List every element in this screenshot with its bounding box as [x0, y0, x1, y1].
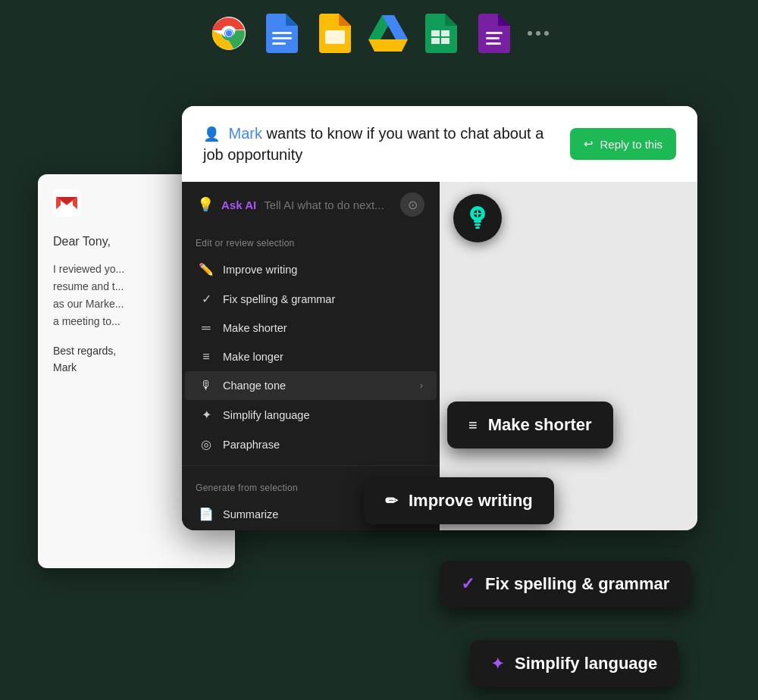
- svg-rect-9: [441, 30, 449, 36]
- svg-rect-10: [431, 38, 440, 44]
- ask-ai-bar[interactable]: 💡 Ask AI Tell AI what to do next... ⊙: [182, 182, 440, 227]
- ask-ai-placeholder: Tell AI what to do next...: [264, 198, 393, 211]
- tooltip-fix-spelling[interactable]: ✓ Fix spelling & grammar: [440, 561, 691, 608]
- tooltip-improve-writing[interactable]: ✏ Improve writing: [364, 477, 554, 524]
- menu-section-1-label: Edit or review selection: [182, 227, 440, 255]
- compress-tooltip-icon: ≡: [468, 417, 478, 434]
- dock-slides[interactable]: [315, 14, 355, 53]
- tooltip-fix-spelling-label: Fix spelling & grammar: [485, 574, 669, 594]
- dot2: [536, 31, 540, 36]
- menu-item-fix-spelling[interactable]: ✓ Fix spelling & grammar: [185, 284, 437, 314]
- svg-rect-4: [272, 32, 292, 34]
- ask-ai-label: Ask AI: [221, 198, 256, 211]
- tooltip-make-shorter-label: Make shorter: [488, 415, 592, 435]
- dock-drive[interactable]: [368, 14, 408, 53]
- menu-item-improve-writing-label: Improve writing: [223, 264, 297, 276]
- menu-item-make-longer-label: Make longer: [223, 351, 283, 363]
- ai-bubble[interactable]: [453, 194, 502, 242]
- menu-item-paraphrase-label: Paraphrase: [223, 439, 280, 451]
- menu-item-summarize-label: Summarize: [223, 508, 278, 520]
- user-icon: 👤: [203, 127, 220, 142]
- menu-item-simplify-label: Simplify language: [223, 409, 309, 421]
- send-icon: ⊙: [408, 198, 418, 212]
- menu-item-make-shorter[interactable]: ═ Make shorter: [185, 314, 437, 342]
- sparkle-icon: ✦: [199, 408, 214, 422]
- more-apps-button[interactable]: [528, 31, 549, 36]
- svg-point-3: [226, 30, 232, 36]
- ai-purple-icon: 💡: [197, 196, 214, 213]
- svg-rect-12: [486, 32, 503, 34]
- svg-rect-22: [474, 213, 481, 214]
- notification-text: 👤 Mark wants to know if you want to chat…: [203, 123, 558, 165]
- mic-icon: 🎙: [199, 379, 214, 392]
- svg-rect-8: [431, 30, 440, 36]
- menu-divider: [182, 465, 440, 466]
- svg-rect-14: [486, 42, 501, 45]
- svg-rect-18: [475, 223, 481, 226]
- pencil-tooltip-icon: ✏: [385, 492, 398, 510]
- main-panel: 👤 Mark wants to know if you want to chat…: [182, 106, 697, 530]
- menu-item-change-tone[interactable]: 🎙 Change tone ›: [185, 371, 437, 400]
- tooltip-simplify-language[interactable]: ✦ Simplify language: [470, 640, 678, 687]
- menu-item-change-tone-label: Change tone: [223, 380, 286, 392]
- svg-rect-17: [474, 220, 481, 223]
- dock-docs[interactable]: [262, 14, 302, 53]
- menu-item-make-shorter-label: Make shorter: [223, 322, 287, 334]
- dock-keep[interactable]: [475, 14, 514, 53]
- chevron-right-icon: ›: [420, 380, 423, 391]
- ask-ai-send-button[interactable]: ⊙: [400, 192, 424, 217]
- svg-rect-7: [325, 30, 345, 44]
- svg-rect-6: [272, 42, 286, 45]
- pencil-icon: ✏️: [199, 262, 214, 277]
- doc-icon: 📄: [199, 507, 214, 521]
- cycle-icon: ◎: [199, 437, 214, 452]
- menu-item-improve-writing[interactable]: ✏️ Improve writing: [185, 255, 437, 284]
- compress-icon: ═: [199, 321, 214, 335]
- notification-user: Mark: [229, 125, 262, 142]
- dock-chrome[interactable]: [209, 14, 249, 53]
- check-icon: ✓: [199, 292, 214, 306]
- svg-rect-11: [441, 38, 449, 44]
- reply-button[interactable]: ↩ Reply to this: [570, 128, 676, 160]
- notification-area: 👤 Mark wants to know if you want to chat…: [182, 106, 697, 182]
- reply-arrow-icon: ↩: [584, 137, 594, 151]
- dot3: [544, 31, 549, 36]
- tooltip-improve-writing-label: Improve writing: [409, 491, 533, 511]
- menu-item-make-longer[interactable]: ≡ Make longer: [185, 342, 437, 371]
- dot1: [528, 31, 532, 36]
- tooltip-make-shorter[interactable]: ≡ Make shorter: [447, 402, 613, 448]
- sparkle-tooltip-icon: ✦: [491, 655, 504, 673]
- menu-item-simplify[interactable]: ✦ Simplify language: [185, 400, 437, 430]
- check-tooltip-icon: ✓: [461, 574, 475, 594]
- tooltip-simplify-label: Simplify language: [515, 654, 657, 673]
- menu-item-list-key[interactable]: ≔ List key takeaways ←: [185, 529, 437, 530]
- dock-bar: [0, 0, 758, 61]
- dock-sheets[interactable]: [421, 14, 461, 53]
- svg-rect-5: [272, 37, 292, 39]
- expand-icon: ≡: [199, 350, 214, 364]
- menu-item-fix-spelling-label: Fix spelling & grammar: [223, 293, 335, 305]
- svg-rect-19: [475, 227, 480, 229]
- menu-item-paraphrase[interactable]: ◎ Paraphrase: [185, 430, 437, 459]
- reply-button-label: Reply to this: [600, 138, 662, 151]
- svg-rect-13: [486, 37, 500, 39]
